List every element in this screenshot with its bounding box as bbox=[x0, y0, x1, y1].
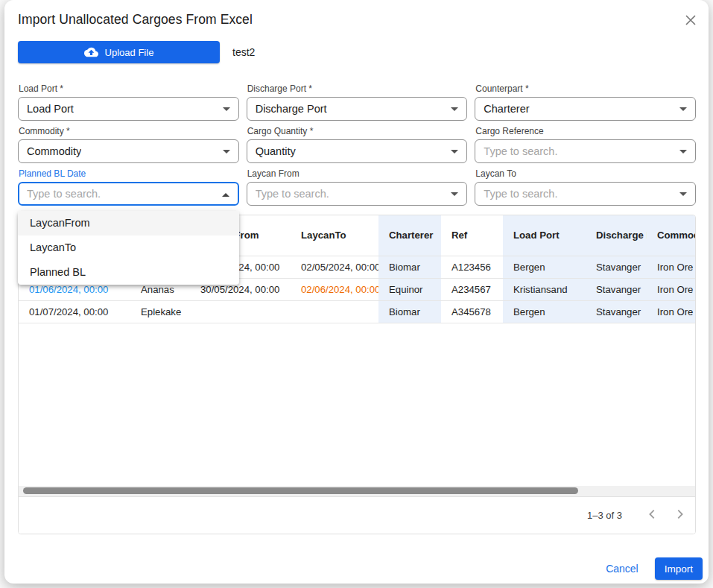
chevron-down-icon bbox=[679, 192, 687, 196]
field-label: Cargo Reference bbox=[475, 126, 696, 137]
chevron-down-icon bbox=[679, 150, 687, 154]
column-header-ref: Ref bbox=[441, 215, 503, 256]
placeholder-text: Type to search. bbox=[256, 188, 329, 200]
table-cell: A234567 bbox=[441, 279, 503, 300]
laycan-from-select[interactable]: Type to search. bbox=[247, 182, 468, 206]
field-label: Planned BL Date bbox=[19, 168, 239, 180]
dropdown-option-planned-bl[interactable]: Planned BL bbox=[18, 260, 239, 285]
field-cargo-reference: Cargo Reference Type to search. bbox=[475, 126, 696, 163]
selected-value: Commodity bbox=[27, 145, 81, 157]
horizontal-scrollbar[interactable] bbox=[19, 486, 695, 496]
laycan-to-select[interactable]: Type to search. bbox=[475, 182, 696, 206]
column-header-laycanto: LaycanTo bbox=[291, 215, 378, 256]
table-row: 01/07/2024, 00:00 Eplekake Biomar A34567… bbox=[19, 301, 695, 323]
table-cell-warning: 02/06/2024, 00:00 bbox=[291, 279, 378, 300]
table-cell: Eplekake bbox=[130, 301, 190, 323]
placeholder-text: Type to search. bbox=[27, 188, 101, 200]
table-cell: Iron Ore bbox=[647, 279, 696, 300]
table-cell: 01/07/2024, 00:00 bbox=[19, 301, 130, 323]
chevron-right-icon bbox=[671, 505, 689, 525]
field-label: Laycan From bbox=[247, 168, 468, 180]
table-cell: Stavanger bbox=[586, 301, 647, 323]
dropdown-option-laycanfrom[interactable]: LaycanFrom bbox=[18, 211, 239, 235]
field-label: Counterpart * bbox=[475, 83, 696, 95]
table-cell: Iron Ore bbox=[647, 256, 696, 278]
table-cell: A123456 bbox=[441, 256, 503, 278]
field-laycan-from: Laycan From Type to search. bbox=[247, 168, 468, 206]
table-cell bbox=[190, 301, 291, 323]
cloud-upload-icon bbox=[84, 46, 98, 58]
table-cell: 02/05/2024, 00:00 bbox=[291, 256, 378, 278]
mapping-form: Load Port * Load Port Discharge Port * D… bbox=[18, 83, 696, 206]
table-cell: Biomar bbox=[378, 256, 441, 278]
field-commodity: Commodity * Commodity bbox=[18, 126, 239, 163]
column-header-discharge-port: Discharge Port bbox=[586, 215, 647, 256]
field-planned-bl-date: Planned BL Date Type to search. LaycanFr… bbox=[18, 168, 239, 206]
field-counterpart: Counterpart * Charterer bbox=[475, 83, 696, 121]
column-header-load-port: Load Port bbox=[503, 215, 586, 256]
field-label: Commodity * bbox=[19, 126, 239, 137]
chevron-left-icon bbox=[643, 505, 661, 525]
chevron-down-icon bbox=[451, 150, 458, 154]
cargo-quantity-select[interactable]: Quantity bbox=[247, 139, 468, 163]
chevron-down-icon bbox=[223, 150, 230, 154]
field-label: Load Port * bbox=[19, 83, 239, 95]
counterpart-select[interactable]: Charterer bbox=[475, 97, 696, 121]
chevron-down-icon bbox=[223, 107, 230, 111]
upload-row: Upload File test2 bbox=[18, 41, 696, 63]
table-cell: Stavanger bbox=[586, 279, 647, 300]
upload-file-label: Upload File bbox=[105, 47, 154, 58]
planned-bl-date-input[interactable]: Type to search. bbox=[18, 182, 239, 206]
cargo-reference-select[interactable]: Type to search. bbox=[475, 139, 696, 163]
field-discharge-port: Discharge Port * Discharge Port bbox=[247, 83, 468, 121]
table-cell: Iron Ore bbox=[647, 301, 696, 323]
upload-file-button[interactable]: Upload File bbox=[18, 41, 220, 63]
page-title: Import Unallocated Cargoes From Excel bbox=[18, 12, 696, 28]
pagination-range-label: 1–3 of 3 bbox=[587, 510, 622, 521]
dropdown-option-laycanto[interactable]: LaycanTo bbox=[18, 235, 239, 260]
next-page-button[interactable] bbox=[671, 507, 689, 525]
cancel-button[interactable]: Cancel bbox=[606, 563, 638, 575]
import-cargoes-dialog: Import Unallocated Cargoes From Excel Up… bbox=[4, 0, 709, 584]
field-load-port: Load Port * Load Port bbox=[18, 83, 239, 121]
close-icon bbox=[684, 13, 697, 29]
field-label: Laycan To bbox=[475, 168, 696, 180]
selected-value: Quantity bbox=[256, 145, 296, 157]
field-label: Discharge Port * bbox=[247, 83, 468, 95]
column-header-commodity: Commodity bbox=[647, 215, 696, 256]
placeholder-text: Type to search. bbox=[484, 188, 557, 200]
chevron-down-icon bbox=[451, 192, 458, 196]
field-label: Cargo Quantity * bbox=[247, 126, 468, 137]
table-cell: Stavanger bbox=[586, 256, 647, 278]
field-laycan-to: Laycan To Type to search. bbox=[475, 168, 696, 206]
discharge-port-select[interactable]: Discharge Port bbox=[247, 97, 468, 121]
field-cargo-quantity: Cargo Quantity * Quantity bbox=[247, 126, 468, 163]
import-button[interactable]: Import bbox=[655, 557, 703, 580]
table-cell: Bergen bbox=[503, 301, 586, 323]
table-cell: Equinor bbox=[378, 279, 441, 300]
pagination-bar: 1–3 of 3 bbox=[19, 496, 695, 534]
dialog-actions: Cancel Import bbox=[606, 557, 703, 580]
placeholder-text: Type to search. bbox=[484, 145, 557, 157]
table-cell: Biomar bbox=[378, 301, 441, 323]
selected-value: Load Port bbox=[27, 103, 74, 115]
uploaded-file-name: test2 bbox=[232, 46, 255, 58]
previous-page-button[interactable] bbox=[643, 507, 661, 525]
scrollbar-thumb[interactable] bbox=[23, 487, 578, 494]
table-cell bbox=[291, 301, 378, 323]
table-cell: Bergen bbox=[503, 256, 586, 278]
chevron-up-icon bbox=[222, 193, 229, 197]
chevron-down-icon bbox=[679, 107, 687, 111]
commodity-select[interactable]: Commodity bbox=[18, 139, 239, 163]
planned-bl-date-dropdown-menu: LaycanFrom LaycanTo Planned BL bbox=[18, 211, 239, 285]
selected-value: Charterer bbox=[484, 103, 529, 115]
table-cell: Kristiansand bbox=[503, 279, 586, 300]
table-cell: A345678 bbox=[441, 301, 503, 323]
close-button[interactable] bbox=[682, 13, 699, 29]
selected-value: Discharge Port bbox=[256, 103, 327, 115]
chevron-down-icon bbox=[451, 107, 458, 111]
load-port-select[interactable]: Load Port bbox=[18, 97, 239, 121]
column-header-charterer: Charterer bbox=[378, 215, 441, 256]
